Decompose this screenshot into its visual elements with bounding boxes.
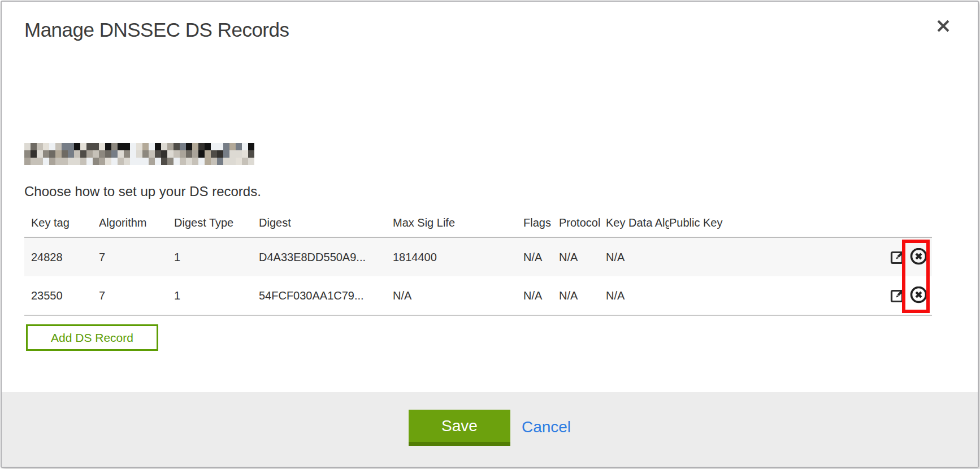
row-actions — [882, 286, 927, 305]
cell-key-tag: 24828 — [31, 251, 99, 264]
edit-record-button[interactable] — [889, 286, 907, 305]
table-header-row: Key tag Algorithm Digest Type Digest Max… — [24, 209, 932, 237]
edit-record-button[interactable] — [889, 248, 907, 266]
cell-protocol: N/A — [559, 251, 606, 264]
column-header-public-key: Public Key — [669, 216, 882, 229]
table-body: 24828 7 1 D4A33E8DD550A9... 1814400 N/A … — [24, 237, 932, 316]
column-header-digest: Digest — [259, 216, 393, 229]
close-icon — [935, 18, 952, 36]
cell-digest-type: 1 — [174, 251, 259, 264]
row-actions — [882, 248, 927, 266]
cell-flags: N/A — [523, 289, 559, 302]
cell-digest-type: 1 — [174, 289, 259, 302]
column-header-max-sig-life: Max Sig Life — [393, 216, 523, 229]
modal-footer: Save Cancel — [2, 392, 978, 467]
x-circle-icon — [909, 286, 928, 305]
redacted-domain-name — [24, 143, 254, 165]
table-row: 24828 7 1 D4A33E8DD550A9... 1814400 N/A … — [24, 238, 932, 276]
cell-algorithm: 7 — [99, 289, 174, 302]
cell-max-sig-life: N/A — [393, 289, 523, 302]
x-circle-icon — [909, 248, 928, 266]
column-header-digest-type: Digest Type — [174, 216, 259, 229]
column-header-key-data-alg: Key Data Alg — [606, 216, 669, 229]
cell-key-tag: 23550 — [31, 289, 99, 302]
cell-max-sig-life: 1814400 — [393, 251, 523, 264]
column-header-flags: Flags — [523, 216, 559, 229]
table-row: 23550 7 1 54FCF030AA1C79... N/A N/A N/A … — [24, 276, 932, 315]
cell-key-data-alg: N/A — [606, 289, 669, 302]
close-button[interactable] — [933, 16, 953, 37]
cell-protocol: N/A — [559, 289, 606, 302]
column-header-key-tag: Key tag — [31, 216, 99, 229]
delete-record-button[interactable] — [909, 248, 927, 266]
save-button[interactable]: Save — [409, 410, 510, 446]
column-header-protocol: Protocol — [559, 216, 606, 229]
cell-digest: D4A33E8DD550A9... — [259, 251, 393, 264]
cancel-link[interactable]: Cancel — [522, 418, 571, 436]
cell-key-data-alg: N/A — [606, 251, 669, 264]
column-header-algorithm: Algorithm — [99, 216, 174, 229]
manage-dnssec-modal: Manage DNSSEC DS Records Choose how to s… — [1, 1, 979, 468]
instruction-text: Choose how to set up your DS records. — [24, 184, 261, 199]
edit-pencil-icon — [890, 286, 907, 305]
cell-flags: N/A — [523, 251, 559, 264]
screen: Manage DNSSEC DS Records Choose how to s… — [0, 0, 980, 469]
edit-pencil-icon — [890, 248, 907, 266]
delete-record-button[interactable] — [909, 286, 927, 305]
cell-algorithm: 7 — [99, 251, 174, 264]
add-ds-record-button[interactable]: Add DS Record — [26, 324, 158, 351]
cell-digest: 54FCF030AA1C79... — [259, 289, 393, 302]
page-title: Manage DNSSEC DS Records — [24, 19, 289, 41]
ds-records-table: Key tag Algorithm Digest Type Digest Max… — [24, 209, 932, 316]
